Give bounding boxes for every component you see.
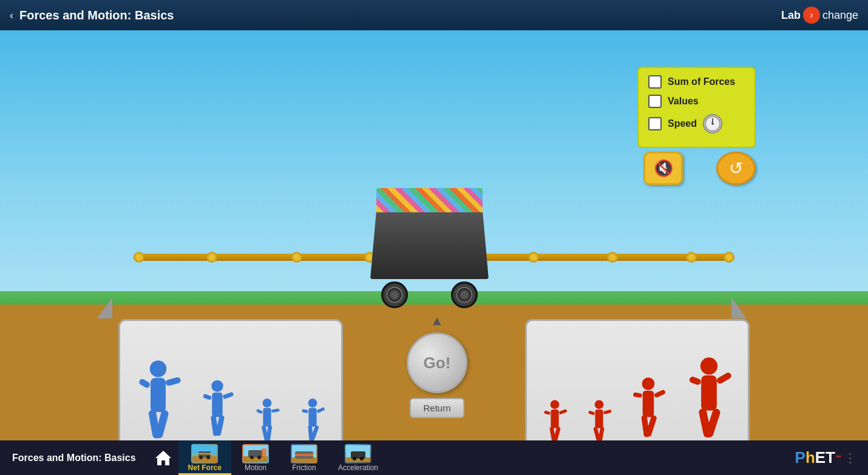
rope-node bbox=[206, 252, 217, 263]
home-button[interactable] bbox=[148, 440, 178, 475]
svg-point-55 bbox=[199, 456, 203, 459]
reset-button[interactable]: ↺ bbox=[716, 152, 756, 185]
phet-logo-p: P bbox=[795, 448, 805, 467]
go-button[interactable]: Go! bbox=[407, 332, 467, 393]
tab-motion-thumbnail bbox=[242, 444, 269, 463]
logo-lab-text: Lab bbox=[781, 9, 801, 22]
bottom-nav: Forces and Motion: Basics Net Force bbox=[0, 440, 868, 475]
svg-rect-44 bbox=[688, 376, 702, 386]
tab-acceleration[interactable]: Acceleration bbox=[328, 440, 388, 475]
phet-logo-e: E bbox=[815, 448, 826, 467]
svg-rect-13 bbox=[263, 408, 271, 427]
phet-logo-t: T bbox=[826, 448, 835, 467]
bottom-nav-title: Forces and Motion: Basics bbox=[0, 453, 148, 463]
wheel-right bbox=[451, 281, 478, 308]
svg-point-56 bbox=[206, 456, 210, 459]
svg-rect-39 bbox=[654, 389, 666, 398]
svg-rect-31 bbox=[595, 409, 603, 428]
svg-rect-32 bbox=[588, 410, 595, 415]
svg-rect-14 bbox=[256, 409, 263, 414]
svg-rect-7 bbox=[212, 392, 222, 417]
svg-rect-43 bbox=[701, 376, 717, 411]
values-label: Values bbox=[668, 96, 699, 107]
simulation-area: ▲ Go! Return bbox=[0, 30, 868, 445]
tab-acceleration-thumbnail bbox=[345, 444, 371, 463]
svg-rect-21 bbox=[302, 409, 308, 413]
svg-point-30 bbox=[594, 400, 603, 409]
svg-rect-38 bbox=[633, 392, 643, 398]
svg-marker-51 bbox=[155, 451, 171, 465]
blue-figure-large bbox=[135, 360, 181, 445]
go-area: ▲ Go! Return bbox=[407, 314, 467, 418]
tab-friction[interactable]: Friction bbox=[280, 440, 328, 475]
values-control: Values bbox=[648, 95, 745, 108]
page-title: Forces and Motion: Basics bbox=[19, 8, 781, 22]
svg-point-71 bbox=[353, 457, 356, 460]
rope-node bbox=[291, 252, 302, 263]
values-checkbox[interactable] bbox=[648, 95, 662, 108]
svg-rect-19 bbox=[308, 408, 316, 427]
back-button[interactable]: ‹ bbox=[10, 9, 13, 22]
blue-figure-medium1-svg bbox=[200, 372, 235, 445]
rope-node bbox=[134, 252, 144, 263]
speed-checkbox[interactable] bbox=[648, 117, 662, 130]
svg-rect-27 bbox=[559, 409, 568, 414]
svg-rect-15 bbox=[271, 408, 280, 413]
red-figure-large-svg bbox=[685, 357, 733, 445]
rope-node bbox=[724, 252, 734, 263]
cart bbox=[370, 212, 489, 308]
return-button[interactable]: Return bbox=[410, 398, 464, 418]
svg-rect-1 bbox=[151, 378, 166, 412]
tab-friction-label: Friction bbox=[292, 463, 316, 472]
svg-point-61 bbox=[250, 456, 254, 459]
tab-net-force[interactable]: Net Force bbox=[178, 440, 231, 475]
red-figure-small1 bbox=[541, 393, 568, 445]
sound-icon: 🔇 bbox=[654, 159, 673, 178]
svg-rect-63 bbox=[262, 448, 266, 457]
svg-rect-8 bbox=[203, 394, 212, 400]
wedge-right bbox=[731, 297, 747, 318]
speed-label: Speed bbox=[668, 118, 697, 129]
svg-point-42 bbox=[700, 357, 717, 374]
sum-of-forces-control: Sum of Forces bbox=[648, 75, 745, 89]
nav-tabs: Net Force Motion bbox=[178, 440, 388, 475]
blue-figure-medium1 bbox=[200, 372, 235, 445]
phet-logo: P h E T ™ ⋮ bbox=[783, 448, 868, 467]
sound-button[interactable]: 🔇 bbox=[643, 152, 683, 185]
svg-rect-3 bbox=[165, 377, 181, 386]
svg-point-0 bbox=[150, 360, 167, 377]
sum-of-forces-label: Sum of Forces bbox=[668, 76, 735, 87]
tab-motion[interactable]: Motion bbox=[231, 440, 280, 475]
red-figure-large bbox=[685, 357, 733, 445]
svg-rect-25 bbox=[551, 409, 559, 428]
tab-net-force-label: Net Force bbox=[188, 463, 222, 472]
svg-point-50 bbox=[711, 123, 714, 125]
red-figure-small2-svg bbox=[586, 393, 612, 445]
svg-rect-33 bbox=[603, 409, 611, 414]
svg-point-62 bbox=[257, 456, 261, 459]
svg-point-36 bbox=[642, 377, 655, 390]
controls-panel: Sum of Forces Values Speed bbox=[637, 67, 756, 148]
cart-wheels bbox=[370, 281, 489, 308]
go-up-arrow: ▲ bbox=[430, 314, 444, 328]
phet-logo-trademark: ™ bbox=[835, 454, 841, 461]
red-figure-small2 bbox=[586, 393, 612, 445]
home-icon bbox=[154, 450, 172, 467]
wedge-left bbox=[97, 297, 112, 318]
logo-arrow-icon: › bbox=[803, 7, 820, 24]
labxchange-logo: Lab › change bbox=[781, 7, 858, 24]
red-figures-panel bbox=[525, 319, 750, 445]
svg-rect-9 bbox=[223, 392, 234, 399]
header: ‹ Forces and Motion: Basics Lab › change bbox=[0, 0, 868, 30]
sum-of-forces-checkbox[interactable] bbox=[648, 75, 662, 89]
tab-net-force-thumbnail bbox=[191, 444, 218, 463]
red-figure-medium bbox=[629, 372, 667, 445]
go-button-label: Go! bbox=[424, 354, 451, 372]
logo-change-text: change bbox=[822, 9, 858, 22]
svg-rect-2 bbox=[138, 378, 151, 389]
svg-point-18 bbox=[308, 399, 317, 408]
tab-motion-label: Motion bbox=[245, 463, 266, 472]
svg-rect-26 bbox=[544, 411, 551, 416]
phet-logo-h: h bbox=[805, 448, 815, 467]
red-figure-small1-svg bbox=[541, 393, 568, 445]
